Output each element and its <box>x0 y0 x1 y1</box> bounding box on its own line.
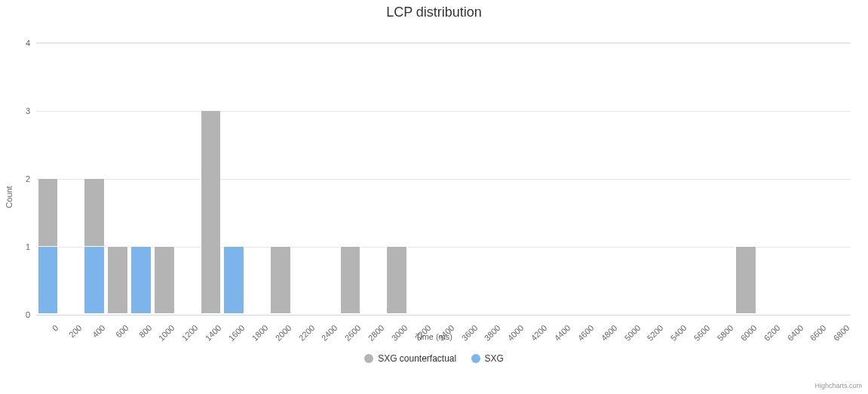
chart-title: LCP distribution <box>0 5 868 20</box>
y-axis-label: Count <box>5 186 14 208</box>
y-tick-label: 4 <box>26 38 30 48</box>
legend: SXG counterfactual SXG <box>0 353 868 365</box>
x-axis-ticks: 0200400600800100012001400160018002000220… <box>36 316 851 331</box>
bars-layer <box>36 43 851 314</box>
bar-sxg[interactable] <box>223 246 244 314</box>
bar-counterfactual[interactable] <box>154 246 175 314</box>
bar-counterfactual[interactable] <box>270 246 291 314</box>
bar-counterfactual[interactable] <box>201 110 222 314</box>
circle-icon <box>364 354 373 363</box>
circle-icon <box>471 354 480 363</box>
y-tick-label: 0 <box>26 310 30 319</box>
y-tick-label: 1 <box>26 242 30 251</box>
bar-sxg[interactable] <box>130 246 152 314</box>
credits-link[interactable]: Highcharts.com <box>814 382 862 389</box>
y-tick-label: 2 <box>26 174 30 183</box>
bar-counterfactual[interactable] <box>340 246 361 314</box>
legend-label: SXG counterfactual <box>378 353 456 364</box>
x-axis-label: Time (ms) <box>0 332 868 341</box>
chart-container: LCP distribution Count 01234 02004006008… <box>0 0 868 394</box>
bar-counterfactual[interactable] <box>735 246 756 314</box>
bar-sxg[interactable] <box>38 246 59 314</box>
legend-item-sxg[interactable]: SXG <box>471 353 504 364</box>
legend-label: SXG <box>485 353 504 364</box>
bar-counterfactual[interactable] <box>386 246 407 314</box>
bar-counterfactual[interactable] <box>107 246 128 314</box>
plot-area: 01234 <box>36 42 851 314</box>
bar-sxg[interactable] <box>84 246 105 314</box>
y-tick-label: 3 <box>26 106 30 115</box>
legend-item-counterfactual[interactable]: SXG counterfactual <box>364 353 456 364</box>
